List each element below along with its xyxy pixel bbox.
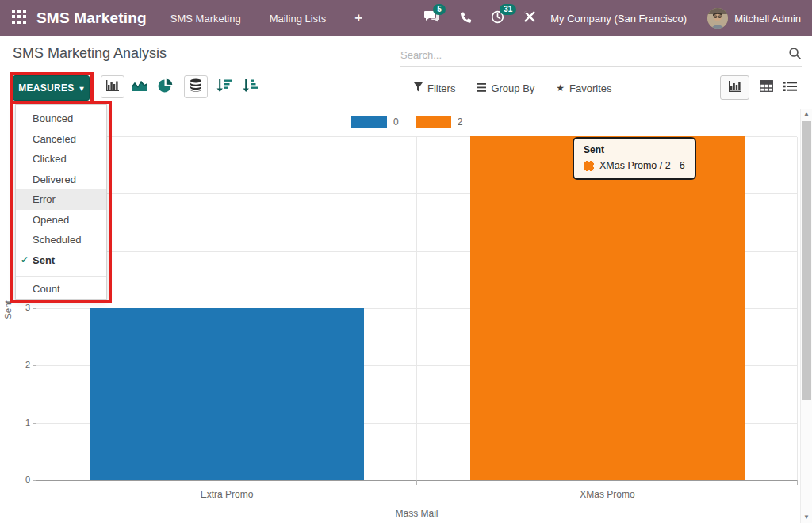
y-tick-mark [33, 480, 36, 481]
y-tick-mark [33, 365, 36, 366]
voip-button[interactable] [459, 10, 472, 26]
user-menu[interactable]: Mitchell Admin [707, 8, 801, 29]
group-by-button[interactable]: Group By [477, 82, 534, 94]
measures-menu-item[interactable]: Canceled [16, 129, 106, 150]
filters-label: Filters [427, 82, 455, 94]
legend-swatch [351, 116, 387, 128]
chart-legend: 02 [351, 116, 462, 128]
nav-menu-item[interactable]: Mailing Lists [270, 13, 327, 25]
sort-descending-button[interactable] [216, 78, 232, 96]
chart-tooltip: Sent XMas Promo / 2 6 [573, 137, 696, 180]
y-tick-mark [33, 308, 36, 309]
favorites-button[interactable]: ★ Favorites [556, 82, 611, 94]
chart-plot-area: Mass Mail 0123456Extra PromoXMas Promo [36, 137, 797, 481]
pivot-view-button[interactable] [760, 80, 773, 95]
filter-funnel-icon [414, 82, 423, 94]
legend-entry[interactable]: 0 [351, 116, 399, 128]
legend-swatch [416, 116, 451, 128]
tooltip-title: Sent [584, 144, 685, 155]
measures-dropdown-menu: BouncedCanceledClickedDeliveredErrorOpen… [15, 104, 107, 300]
x-tick-mark [797, 480, 798, 485]
measures-menu-item[interactable]: Opened [16, 210, 106, 231]
page-title: SMS Marketing Analysis [13, 45, 167, 62]
bar-chart-mode-button[interactable] [101, 75, 124, 98]
tools-icon [523, 10, 536, 26]
pie-chart-mode-button[interactable] [158, 78, 173, 97]
debug-tools-button[interactable] [523, 10, 536, 26]
user-avatar [707, 8, 728, 29]
line-chart-mode-button[interactable] [132, 79, 147, 94]
list-view-button[interactable] [783, 81, 797, 95]
apps-menu-button[interactable] [0, 10, 36, 27]
pie-chart-icon [158, 78, 173, 97]
measures-menu-item[interactable]: Delivered [16, 170, 106, 190]
measures-menu-count-item[interactable]: Count [16, 279, 106, 300]
y-tick-label: 1 [14, 418, 30, 427]
list-view-icon [783, 81, 797, 95]
phone-icon [459, 10, 472, 26]
x-axis-title: Mass Mail [36, 508, 797, 519]
search-icon[interactable] [788, 47, 802, 63]
bar-chart-icon [106, 80, 119, 94]
control-panel-bottom: MEASURES ▾ [0, 71, 812, 105]
nav-menu-item[interactable]: SMS Marketing [170, 13, 241, 25]
measures-menu-item[interactable]: Clicked [16, 149, 106, 170]
y-tick-label: 0 [14, 475, 30, 484]
favorites-label: Favorites [569, 82, 611, 94]
x-tick-mark [416, 480, 417, 485]
filters-button[interactable]: Filters [414, 82, 455, 94]
app-title[interactable]: SMS Marketing [36, 10, 147, 27]
graph-view-button[interactable] [720, 75, 749, 100]
database-icon [190, 78, 202, 95]
stacked-toggle-button[interactable] [184, 75, 208, 98]
messages-badge: 5 [433, 4, 446, 15]
messages-button[interactable]: 5 [424, 10, 440, 27]
y-tick-label: 3 [14, 303, 30, 312]
user-name: Mitchell Admin [734, 13, 801, 25]
apps-grid-icon [12, 10, 26, 27]
area-chart-icon [132, 79, 147, 94]
bar-extra-promo[interactable] [90, 308, 364, 480]
top-navbar: SMS Marketing SMS MarketingMailing Lists… [0, 0, 812, 36]
y-axis-title: Sent [3, 294, 13, 326]
scroll-up-arrow[interactable]: ▲ [801, 109, 812, 120]
measures-menu-item[interactable]: Bounced [16, 109, 106, 129]
star-icon: ★ [556, 82, 565, 94]
group-by-icon [477, 82, 486, 94]
sort-amount-desc-icon [216, 78, 232, 96]
graph-view-content: 02 Sent Mass Mail 0123456Extra PromoXMas… [0, 105, 812, 523]
systray: 5 31 [424, 10, 536, 27]
legend-label: 0 [393, 116, 399, 128]
menu-separator [16, 276, 106, 277]
vertical-scrollbar[interactable]: ▲ ▼ [800, 109, 812, 523]
caret-down-icon: ▾ [80, 84, 84, 93]
measures-button-label: MEASURES [18, 82, 74, 94]
nav-menu-item[interactable]: + [354, 10, 362, 26]
bar-xmas-promo[interactable] [470, 136, 745, 480]
gridline [416, 137, 417, 480]
activities-badge: 31 [500, 4, 516, 15]
y-tick-mark [33, 423, 36, 424]
measures-button[interactable]: MEASURES ▾ [13, 75, 90, 101]
search-facets: Filters Group By ★ Favorites [414, 71, 612, 105]
y-tick-label: 2 [14, 360, 30, 369]
nav-menu: SMS MarketingMailing Lists+ [170, 10, 362, 26]
check-icon: ✓ [21, 250, 29, 271]
graph-view-icon [729, 81, 741, 95]
pivot-view-icon [760, 80, 773, 95]
search-input[interactable] [400, 49, 788, 61]
control-panel-top: SMS Marketing Analysis [0, 36, 812, 71]
scrollbar-thumb[interactable] [802, 121, 811, 400]
sort-ascending-button[interactable] [243, 78, 259, 96]
scroll-down-arrow[interactable]: ▼ [801, 512, 812, 523]
sort-amount-asc-icon [243, 78, 259, 96]
view-switcher [720, 75, 797, 100]
measures-menu-item[interactable]: Scheduled [16, 230, 106, 250]
measures-menu-item[interactable]: ✓Sent [16, 250, 106, 271]
company-switcher[interactable]: My Company (San Francisco) [550, 13, 687, 25]
measures-menu-item[interactable]: Error [16, 189, 106, 210]
legend-entry[interactable]: 2 [416, 116, 463, 128]
x-tick-label: XMas Promo [544, 489, 671, 500]
x-tick-label: Extra Promo [163, 489, 290, 500]
activities-button[interactable]: 31 [491, 10, 504, 27]
